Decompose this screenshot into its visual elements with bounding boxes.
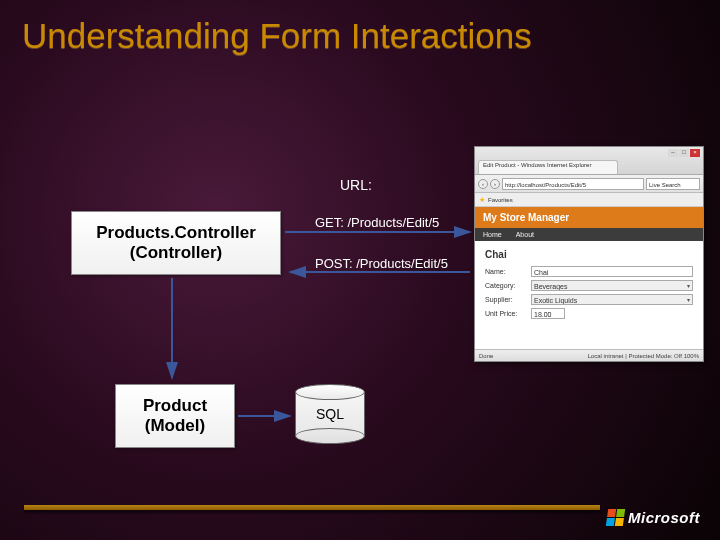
microsoft-wordmark: Microsoft xyxy=(628,509,700,526)
slide-title: Understanding Form Interactions xyxy=(22,16,532,56)
label-price: Unit Price: xyxy=(485,310,525,317)
status-bar: Done Local intranet | Protected Mode: Of… xyxy=(475,349,703,361)
label-category: Category: xyxy=(485,282,525,289)
sql-label: SQL xyxy=(295,406,365,422)
form-row-name: Name: Chai xyxy=(485,266,693,277)
forward-icon[interactable]: › xyxy=(490,179,500,189)
browser-toolbar: ‹ › http://localhost/Products/Edit/5 Liv… xyxy=(475,175,703,193)
microsoft-logo: Microsoft xyxy=(607,509,700,526)
controller-box: Products.Controller (Controller) xyxy=(71,211,281,275)
favorites-label: Favorites xyxy=(488,197,513,203)
select-supplier[interactable]: Exotic Liquids xyxy=(531,294,693,305)
browser-titlebar: – □ × Edit Product - Windows Internet Ex… xyxy=(475,147,703,175)
browser-tab[interactable]: Edit Product - Windows Internet Explorer xyxy=(478,160,618,174)
page-content: My Store Manager Home About Chai Name: C… xyxy=(475,207,703,349)
input-name[interactable]: Chai xyxy=(531,266,693,277)
model-box: Product (Model) xyxy=(115,384,235,448)
model-base: (Model) xyxy=(116,416,234,436)
address-bar[interactable]: http://localhost/Products/Edit/5 xyxy=(502,178,644,190)
controller-name: Products.Controller xyxy=(72,223,280,243)
nav-about[interactable]: About xyxy=(516,231,534,238)
form-row-supplier: Supplier: Exotic Liquids xyxy=(485,294,693,305)
get-request-label: GET: /Products/Edit/5 xyxy=(315,215,439,230)
browser-window: – □ × Edit Product - Windows Internet Ex… xyxy=(474,146,704,362)
microsoft-flag-icon xyxy=(606,509,625,526)
back-icon[interactable]: ‹ xyxy=(478,179,488,189)
label-supplier: Supplier: xyxy=(485,296,525,303)
minimize-icon[interactable]: – xyxy=(668,149,678,157)
star-icon[interactable]: ★ xyxy=(479,196,485,204)
footer-accent-bar xyxy=(24,505,600,510)
sql-database: SQL xyxy=(295,384,365,444)
form-row-price: Unit Price: 18.00 xyxy=(485,308,693,319)
model-name: Product xyxy=(116,396,234,416)
status-left: Done xyxy=(479,353,493,359)
search-input[interactable]: Live Search xyxy=(646,178,700,190)
url-label: URL: xyxy=(340,177,372,193)
post-request-label: POST: /Products/Edit/5 xyxy=(315,256,448,271)
favorites-bar: ★ Favorites xyxy=(475,193,703,207)
form-row-category: Category: Beverages xyxy=(485,280,693,291)
maximize-icon[interactable]: □ xyxy=(679,149,689,157)
select-category[interactable]: Beverages xyxy=(531,280,693,291)
product-heading: Chai xyxy=(485,249,693,260)
label-name: Name: xyxy=(485,268,525,275)
site-title: My Store Manager xyxy=(475,207,703,228)
controller-base: (Controller) xyxy=(72,243,280,263)
input-price[interactable]: 18.00 xyxy=(531,308,565,319)
site-nav: Home About xyxy=(475,228,703,241)
close-icon[interactable]: × xyxy=(690,149,700,157)
status-right: Local intranet | Protected Mode: Off 100… xyxy=(587,353,699,359)
nav-home[interactable]: Home xyxy=(483,231,502,238)
